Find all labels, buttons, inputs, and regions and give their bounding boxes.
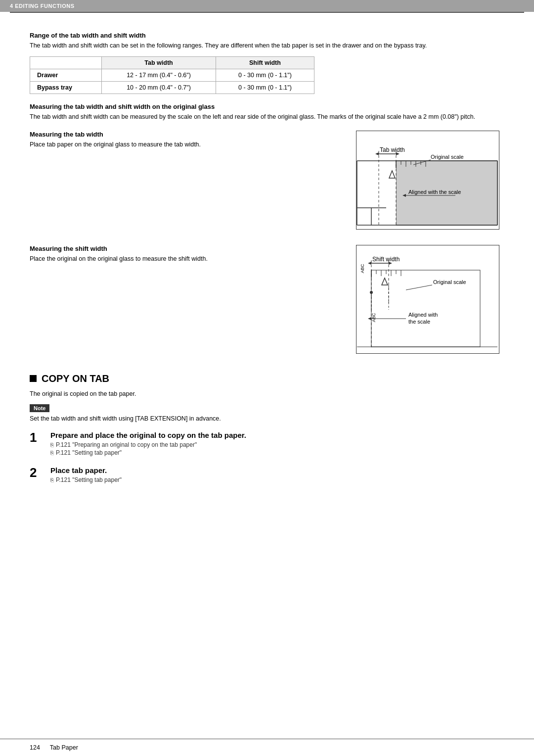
range-section: Range of the tab width and shift width T… <box>30 32 504 94</box>
tab-width-description: Place tab paper on the original glass to… <box>30 140 341 149</box>
tab-diagram-col: Tab width Original scale Aligned with th… <box>356 131 504 231</box>
aligned-shift-label: Aligned with <box>408 312 438 318</box>
bypass-tab: 10 - 20 mm (0.4" - 0.7") <box>102 81 216 94</box>
footer-page: 124 <box>30 744 40 751</box>
shift-width-label: Shift width <box>372 256 400 263</box>
table-header-shift-width: Shift width <box>216 56 314 69</box>
step-1-ref-2: ⎘ P.121 "Setting tab paper" <box>50 449 504 456</box>
bypass-label: Bypass tray <box>30 81 102 94</box>
measuring-title: Measuring the tab width and shift width … <box>30 103 504 110</box>
step-1-number: 1 <box>30 431 44 444</box>
step-2: 2 Place tab paper. ⎘ P.121 "Setting tab … <box>30 466 504 484</box>
table-header-tab-width: Tab width <box>102 56 216 69</box>
copy-on-tab-heading: COPY ON TAB <box>30 373 504 384</box>
shift-text-col: Measuring the shift width Place the orig… <box>30 245 341 264</box>
copy-on-tab-section: COPY ON TAB The original is copied on th… <box>30 373 504 484</box>
note-text: Set the tab width and shift width using … <box>30 415 504 422</box>
footer-label: Tab Paper <box>50 744 78 751</box>
drawer-shift: 0 - 30 mm (0 - 1.1") <box>216 69 314 81</box>
step-2-content: Place tab paper. ⎘ P.121 "Setting tab pa… <box>50 466 504 484</box>
copy-on-tab-title-text: COPY ON TAB <box>42 373 109 384</box>
abc-text: ABC <box>371 312 376 322</box>
shift-diagram-col: Shift width ABC Original scale <box>356 245 504 355</box>
scale-abc: ABC <box>360 263 365 273</box>
step-2-number: 2 <box>30 466 44 479</box>
shift-diagram-row: Measuring the shift width Place the orig… <box>30 245 504 355</box>
shift-width-description: Place the original on the original glass… <box>30 254 341 264</box>
range-description: The tab width and shift width can be set… <box>30 41 504 50</box>
measuring-section: Measuring the tab width and shift width … <box>30 103 504 122</box>
original-scale-label: Original scale <box>431 154 464 160</box>
tab-width-title: Measuring the tab width <box>30 131 341 138</box>
tab-width-diagram: Tab width Original scale Aligned with th… <box>356 131 499 230</box>
step-1-ref-2-text: P.121 "Setting tab paper" <box>56 449 122 456</box>
ref-icon-2: ⎘ <box>50 450 54 456</box>
step-2-ref-1: ⎘ P.121 "Setting tab paper" <box>50 476 504 483</box>
aligned-label: Aligned with the scale <box>408 189 461 195</box>
original-scale-label-2: Original scale <box>433 279 466 285</box>
header-label: 4 EDITING FUNCTIONS <box>10 3 75 9</box>
measuring-description: The tab width and shift width can be mea… <box>30 112 504 122</box>
svg-marker-16 <box>375 152 379 155</box>
drawer-label: Drawer <box>30 69 102 81</box>
range-title: Range of the tab width and shift width <box>30 32 504 39</box>
drawer-tab: 12 - 17 mm (0.4" - 0.6") <box>102 69 216 81</box>
range-table: Tab width Shift width Drawer 12 - 17 mm … <box>30 56 314 94</box>
shift-width-section: Measuring the shift width Place the orig… <box>30 245 504 355</box>
svg-rect-1 <box>357 161 396 225</box>
table-row-bypass: Bypass tray 10 - 20 mm (0.4" - 0.7") 0 -… <box>30 81 314 94</box>
step-2-ref-1-text: P.121 "Setting tab paper" <box>56 476 122 483</box>
ref-icon-1: ⎘ <box>50 442 54 448</box>
bypass-shift: 0 - 30 mm (0 - 1.1") <box>216 81 314 94</box>
page-footer: 124 Tab Paper <box>0 739 534 756</box>
svg-marker-35 <box>368 262 371 265</box>
table-header-empty <box>30 56 102 69</box>
svg-marker-42 <box>368 317 371 320</box>
tab-width-label: Tab width <box>380 146 405 153</box>
step-1-ref-1: ⎘ P.121 "Preparing an original to copy o… <box>50 441 504 448</box>
tab-width-section: Measuring the tab width Place tab paper … <box>30 131 504 231</box>
page-header: 4 EDITING FUNCTIONS <box>0 0 534 12</box>
copy-on-tab-description: The original is copied on the tab paper. <box>30 390 504 397</box>
table-row-drawer: Drawer 12 - 17 mm (0.4" - 0.6") 0 - 30 m… <box>30 69 314 81</box>
step-1-ref-1-text: P.121 "Preparing an original to copy on … <box>56 441 197 448</box>
aligned-shift-label-2: the scale <box>408 319 430 325</box>
step-1-title: Prepare and place the original to copy o… <box>50 431 504 439</box>
ref-icon-3: ⎘ <box>50 477 54 483</box>
note-label: Note <box>30 404 49 412</box>
step-1-content: Prepare and place the original to copy o… <box>50 431 504 457</box>
tab-text-col: Measuring the tab width Place tab paper … <box>30 131 341 149</box>
main-content: Range of the tab width and shift width T… <box>0 13 534 523</box>
shift-width-title: Measuring the shift width <box>30 245 341 252</box>
black-square-icon <box>30 375 37 382</box>
shift-width-diagram: Shift width ABC Original scale <box>356 245 499 354</box>
step-2-title: Place tab paper. <box>50 466 504 474</box>
step-1: 1 Prepare and place the original to copy… <box>30 431 504 457</box>
tab-diagram-row: Measuring the tab width Place tab paper … <box>30 131 504 231</box>
svg-point-38 <box>370 291 373 294</box>
